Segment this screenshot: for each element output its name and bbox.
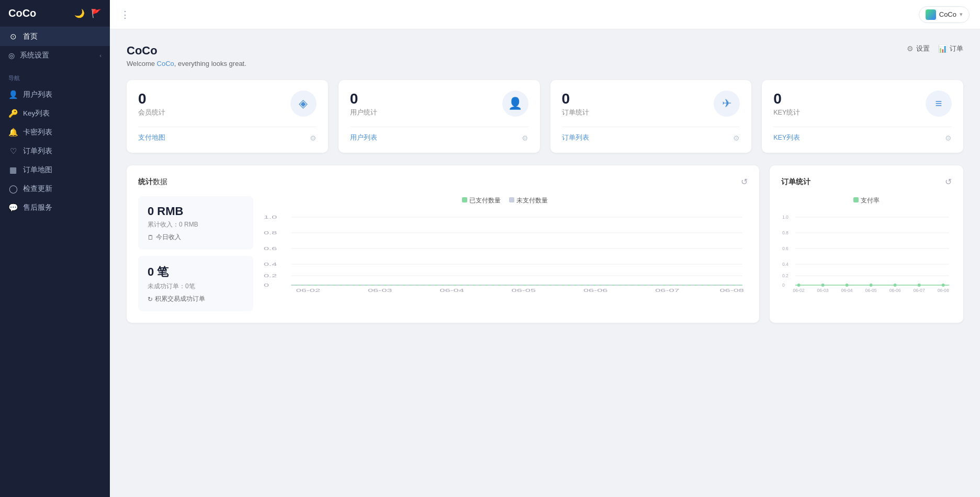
sidebar-item-home-label: 首页 [23,32,38,41]
sidebar-item-keys[interactable]: 🔑 Key列表 [0,104,110,123]
orders-link-icon: ⚙ [733,134,740,142]
orders-mini-value: 0 笔 [148,264,244,280]
sidebar-item-users-label: 用户列表 [23,90,52,99]
sidebar-item-check-update[interactable]: ◯ 检查更新 [0,179,110,198]
orders-icon: ♡ [8,146,18,156]
sidebar-item-home[interactable]: ⊙ 首页 [0,27,110,46]
sidebar-item-cards-label: 卡密列表 [23,128,52,137]
keys-icon-circle: ≡ [926,91,952,117]
settings-action-label: 设置 [916,44,930,53]
svg-point-46 [918,284,921,287]
users-link[interactable]: 用户列表 ⚙ [350,127,528,142]
nav-section-label: 导航 [0,65,110,85]
svg-text:0.4: 0.4 [264,262,277,267]
order-panel-header: 订单统计 ↺ [781,177,952,187]
stat-card-members: 0 会员统计 ◈ 支付地图 ⚙ [127,80,328,153]
list-icon: ≡ [936,97,942,110]
orders-mini-label: 未成功订单：0笔 [148,282,244,291]
members-icon-circle: ◈ [290,91,317,117]
svg-text:0.8: 0.8 [264,230,277,235]
stats-inner: 0 RMB 累计收入：0 RMB 🗒 今日收入 0 笔 未成功订单：0笔 ↻ [138,196,748,311]
svg-text:1.0: 1.0 [782,214,788,220]
stats-refresh-icon[interactable]: ↺ [741,177,748,187]
chat-icon: 💬 [8,203,18,212]
svg-text:06-05: 06-05 [865,288,877,293]
sidebar-item-check-update-label: 检查更新 [23,184,52,194]
topbar-right: CoCo ▾ [919,6,970,23]
orders-mini-card: 0 笔 未成功订单：0笔 ↻ 积累交易成功订单 [138,256,253,311]
topbar-left: ⋮ [120,9,130,20]
menu-dots-icon[interactable]: ⋮ [120,9,130,20]
stats-panel-header: 统计数据 ↺ [138,177,748,187]
diamond-icon: ◈ [299,97,308,110]
order-chart: 1.0 0.8 0.6 0.4 0.2 0 06 [781,209,952,293]
svg-point-42 [821,284,825,287]
moon-icon[interactable]: 🌙 [74,8,85,18]
user-stat-icon: 👤 [508,97,522,110]
legend-paid: 已支付数量 [462,196,501,205]
sidebar-item-order-map[interactable]: ▦ 订单地图 [0,161,110,179]
svg-text:0.8: 0.8 [782,230,788,235]
members-link[interactable]: 支付地图 ⚙ [138,127,317,142]
order-chart-legend: 支付率 [781,196,952,205]
svg-text:06-04: 06-04 [841,288,853,293]
sidebar-item-users[interactable]: 👤 用户列表 [0,85,110,104]
orders-action-icon: 📊 [938,44,947,53]
send-icon: ✈ [722,97,731,110]
users-icon: 👤 [8,90,18,99]
page-title-section: CoCo Welcome CoCo, everything looks grea… [127,44,246,67]
revenue-sub: 🗒 今日收入 [148,233,244,241]
settings-icon: ◎ [8,51,15,60]
stats-panel-title: 统计数据 [138,177,167,187]
order-refresh-icon[interactable]: ↺ [945,177,952,187]
members-label: 会员统计 [138,108,165,117]
chart-legend: 已支付数量 未支付数量 [262,196,748,205]
orders-icon-circle: ✈ [714,91,740,117]
sidebar-item-after-sales[interactable]: 💬 售后服务 [0,198,110,217]
user-avatar-icon [926,9,936,20]
svg-point-47 [942,284,945,287]
sidebar-header: CoCo 🌙 🚩 [0,0,110,27]
orders-action-button[interactable]: 📊 订单 [938,44,963,53]
settings-action-icon: ⚙ [907,44,914,53]
svg-text:06-02: 06-02 [296,288,320,293]
orders-action-label: 订单 [950,44,963,53]
main-area: ⋮ CoCo ▾ CoCo Welcome CoCo, everything l… [110,0,980,497]
sidebar-item-settings[interactable]: ◎ 系统设置 ‹ [0,46,110,65]
sidebar-item-after-sales-label: 售后服务 [23,203,52,212]
notification-icon[interactable]: 🚩 [91,8,102,18]
svg-text:0: 0 [782,283,785,288]
legend-unpaid: 未支付数量 [509,196,548,205]
user-profile-button[interactable]: CoCo ▾ [919,6,970,23]
orders-link[interactable]: 订单列表 ⚙ [562,127,740,142]
user-name-label: CoCo [939,10,956,18]
svg-point-43 [846,284,849,287]
sidebar-item-orders-label: 订单列表 [23,146,52,156]
stats-panel: 统计数据 ↺ 0 RMB 累计收入：0 RMB 🗒 今日收入 [127,165,759,323]
sidebar-item-cards[interactable]: 🔔 卡密列表 [0,123,110,142]
svg-point-44 [870,284,873,287]
stat-card-users: 0 用户统计 👤 用户列表 ⚙ [339,80,540,153]
revenue-value: 0 RMB [148,205,244,218]
sidebar-item-orders[interactable]: ♡ 订单列表 [0,142,110,161]
bottom-section: 统计数据 ↺ 0 RMB 累计收入：0 RMB 🗒 今日收入 [127,165,963,323]
svg-text:06-02: 06-02 [793,288,805,293]
svg-text:0.2: 0.2 [264,273,277,278]
svg-text:06-03: 06-03 [817,288,829,293]
svg-text:06-03: 06-03 [368,288,392,293]
settings-action-button[interactable]: ⚙ 设置 [907,44,930,53]
keys-label: KEY统计 [773,108,800,117]
keys-link[interactable]: KEY列表 ⚙ [773,127,952,142]
subtitle-suffix: , everything looks great. [174,60,246,67]
members-link-icon: ⚙ [310,134,317,142]
svg-point-45 [894,284,897,287]
stats-chart: 1.0 0.8 0.6 0.4 0.2 0 [262,209,748,293]
sidebar-item-settings-label: 系统设置 [20,51,49,60]
update-icon: ◯ [8,184,18,194]
stats-chart-area: 已支付数量 未支付数量 1.0 0.8 0.6 0.4 0.2 [262,196,748,311]
svg-text:06-07: 06-07 [655,288,679,293]
keys-link-icon: ⚙ [945,134,952,142]
members-value: 0 [138,91,165,107]
calendar-icon: 🗒 [148,234,154,241]
page-title: CoCo [127,44,246,58]
